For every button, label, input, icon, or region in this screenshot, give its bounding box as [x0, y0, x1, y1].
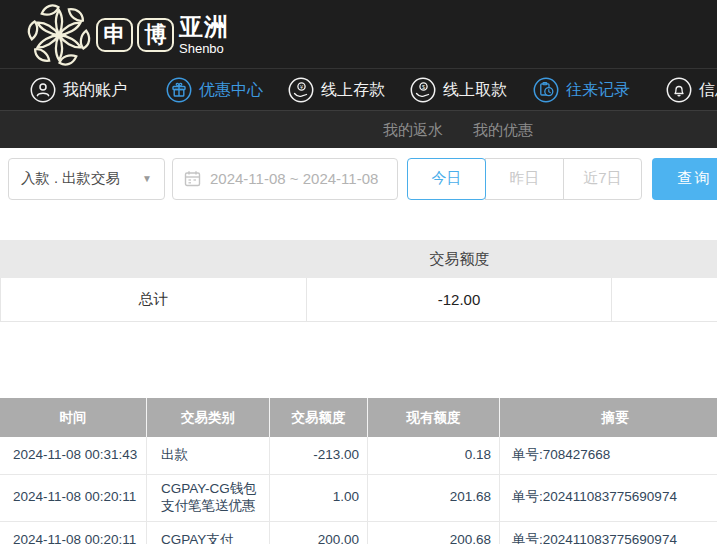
- summary-header-amount: 交易额度: [307, 240, 612, 278]
- today-button[interactable]: 今日: [407, 158, 486, 200]
- col-header-type: 交易类别: [147, 398, 270, 437]
- cell-summary: 单号:202411083775690974: [500, 522, 717, 544]
- date-range-input[interactable]: 2024-11-08 ~ 2024-11-08: [172, 158, 398, 200]
- table-row: 2024-11-08 00:20:11 CGPAY支付 200.00 200.6…: [0, 522, 717, 544]
- summary-table: 交易额度 总计 -12.00: [0, 240, 717, 322]
- cell-balance: 201.68: [368, 475, 500, 521]
- cell-time: 2024-11-08 00:31:43: [0, 437, 147, 474]
- promotions-submenu: 我的返水 我的优惠: [0, 110, 717, 148]
- cell-type: CGPAY支付: [147, 522, 270, 544]
- subnav-item-my-promos[interactable]: 我的优惠: [473, 111, 533, 149]
- cell-time: 2024-11-08 00:20:11: [0, 522, 147, 544]
- top-bar: 申 博 亚洲 Shenbo qhhw: [0, 0, 717, 68]
- withdraw-icon: $: [410, 77, 436, 103]
- bell-icon: [666, 77, 692, 103]
- nav-label: 线上存款: [321, 80, 385, 101]
- gift-icon: [166, 77, 192, 103]
- date-range-value: 2024-11-08 ~ 2024-11-08: [210, 170, 378, 187]
- nav-item-promotions[interactable]: 优惠中心: [166, 69, 263, 111]
- table-row: 2024-11-08 00:31:43 出款 -213.00 0.18 单号:7…: [0, 437, 717, 475]
- svg-text:¥: ¥: [300, 84, 304, 90]
- user-icon: [30, 77, 56, 103]
- nav-label: 线上取款: [443, 80, 507, 101]
- yesterday-button[interactable]: 昨日: [485, 158, 564, 200]
- col-header-summary: 摘要: [500, 398, 717, 437]
- chevron-down-icon: ▼: [142, 173, 152, 184]
- last-7-days-button[interactable]: 近7日: [563, 158, 642, 200]
- summary-total-row: 总计 -12.00: [0, 278, 717, 322]
- cell-type: CGPAY-CG钱包支付笔笔送优惠: [147, 475, 270, 521]
- cell-amount: -213.00: [270, 437, 368, 474]
- search-button[interactable]: 查询: [652, 158, 717, 200]
- nav-item-transaction-records[interactable]: 往来记录: [533, 69, 630, 111]
- subnav-item-my-rebate[interactable]: 我的返水: [383, 111, 443, 149]
- nav-item-online-deposit[interactable]: ¥ 线上存款: [288, 69, 385, 111]
- quick-date-segment: 今日 昨日 近7日: [407, 158, 642, 200]
- cell-summary: 单号:202411083775690974: [500, 475, 717, 521]
- filter-bar: 入款 . 出款交易 ▼ 2024-11-08 ~ 2024-11-08 今日 昨…: [0, 157, 717, 200]
- deposit-icon: ¥: [288, 77, 314, 103]
- records-icon: [533, 77, 559, 103]
- nav-item-my-account[interactable]: 我的账户: [30, 69, 127, 111]
- summary-total-value: -12.00: [307, 278, 612, 322]
- site-logo[interactable]: 申 博 亚洲 Shenbo: [26, 2, 229, 68]
- summary-empty-cell: [612, 278, 717, 322]
- cell-amount: 1.00: [270, 475, 368, 521]
- cell-balance: 200.68: [368, 522, 500, 544]
- transaction-type-select[interactable]: 入款 . 出款交易 ▼: [8, 158, 165, 200]
- nav-label: 优惠中心: [199, 80, 263, 101]
- nav-item-online-withdrawal[interactable]: $ 线上取款: [410, 69, 507, 111]
- summary-header-empty: [612, 240, 717, 278]
- svg-text:$: $: [422, 84, 425, 90]
- page: 申 博 亚洲 Shenbo qhhw 我的账户: [0, 0, 717, 544]
- summary-header-row: 交易额度: [0, 240, 717, 278]
- logo-box-shen: 申: [96, 18, 133, 52]
- col-header-time: 时间: [0, 398, 147, 437]
- summary-total-label: 总计: [0, 278, 307, 322]
- cell-type: 出款: [147, 437, 270, 474]
- summary-header-empty: [0, 240, 307, 278]
- cell-balance: 0.18: [368, 437, 500, 474]
- col-header-amount: 交易额度: [270, 398, 368, 437]
- main-nav: 我的账户 优惠中心 ¥ 线上存款: [0, 68, 717, 110]
- nav-item-messages[interactable]: 信息: [666, 69, 717, 111]
- flower-logo-icon: [26, 2, 92, 68]
- nav-label: 往来记录: [566, 80, 630, 101]
- nav-label: 我的账户: [63, 80, 127, 101]
- logo-box-bo: 博: [137, 18, 174, 52]
- table-header-row: 时间 交易类别 交易额度 现有额度 摘要: [0, 398, 717, 437]
- transaction-type-value: 入款 . 出款交易: [21, 169, 120, 188]
- cell-time: 2024-11-08 00:20:11: [0, 475, 147, 521]
- table-row: 2024-11-08 00:20:11 CGPAY-CG钱包支付笔笔送优惠 1.…: [0, 475, 717, 522]
- logo-wordmark: 亚洲 Shenbo: [179, 15, 229, 55]
- cell-summary: 单号:708427668: [500, 437, 717, 474]
- cell-amount: 200.00: [270, 522, 368, 544]
- calendar-icon: [184, 170, 201, 187]
- transactions-table: 时间 交易类别 交易额度 现有额度 摘要 2024-11-08 00:31:43…: [0, 398, 717, 544]
- logo-suffix: 亚洲: [179, 15, 229, 39]
- logo-character-boxes: 申 博: [96, 18, 174, 52]
- col-header-balance: 现有额度: [368, 398, 500, 437]
- logo-subtitle: Shenbo: [179, 42, 229, 55]
- nav-label: 信息: [699, 80, 717, 101]
